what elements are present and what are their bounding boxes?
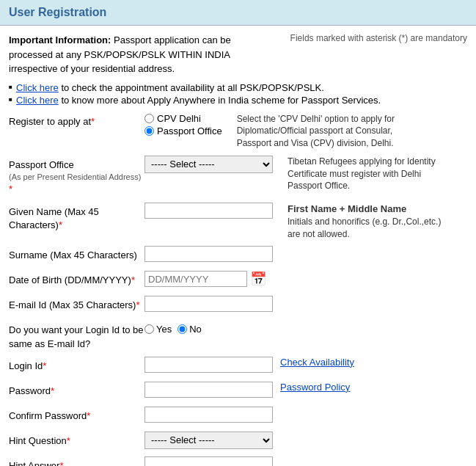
no-option[interactable]: No — [177, 324, 202, 335]
important-info-text: Important Information: Passport applicat… — [9, 33, 276, 76]
passport-office-select[interactable]: ----- Select ----- — [144, 156, 273, 173]
yes-radio[interactable] — [144, 324, 154, 334]
registration-form: Register to apply at* CPV Delhi Passport… — [9, 113, 467, 467]
appointment-link[interactable]: Click here — [16, 82, 59, 93]
link-item-2: Click here to know more about Apply Anyw… — [9, 95, 467, 106]
password-label: Password* — [9, 382, 144, 398]
hint-question-select[interactable]: ----- Select ----- — [144, 432, 273, 449]
login-same-options: Yes No — [144, 321, 273, 335]
register-note: Select the 'CPV Delhi' option to apply f… — [237, 113, 398, 150]
email-input[interactable] — [144, 296, 273, 312]
confirm-password-input[interactable] — [144, 407, 273, 423]
login-id-input-wrapper — [144, 357, 273, 373]
given-name-label: Given Name (Max 45 Characters)* — [9, 203, 144, 232]
passport-office-option[interactable]: Passport Office — [144, 125, 222, 136]
confirm-password-input-wrapper — [144, 407, 273, 423]
given-name-note: First Name + Middle Name Initials and ho… — [288, 203, 449, 241]
important-label: Important Information: — [9, 34, 111, 45]
passport-office-select-wrapper: ----- Select ----- — [144, 156, 273, 173]
email-input-wrapper — [144, 296, 273, 312]
dob-input[interactable] — [144, 271, 247, 287]
surname-input-wrapper — [144, 246, 273, 262]
calendar-icon[interactable]: 📅 — [250, 271, 266, 287]
no-label: No — [189, 324, 202, 335]
confirm-password-label: Confirm Password* — [9, 407, 144, 423]
hint-answer-input-wrapper — [144, 456, 273, 466]
yes-option[interactable]: Yes — [144, 324, 172, 335]
given-name-input[interactable] — [144, 203, 273, 219]
hint-answer-input[interactable] — [144, 456, 273, 466]
passport-office-note: Tibetan Refugees applying for Identity C… — [288, 156, 449, 192]
no-radio[interactable] — [177, 324, 187, 334]
hint-question-label: Hint Question* — [9, 432, 144, 448]
given-name-input-wrapper — [144, 203, 273, 219]
login-same-label: Do you want your Login Id to be same as … — [9, 321, 144, 350]
password-input[interactable] — [144, 382, 273, 398]
link-item-1: Click here to check the appointment avai… — [9, 82, 467, 93]
passport-office-radio[interactable] — [144, 126, 154, 136]
password-input-wrapper — [144, 382, 273, 398]
login-id-input[interactable] — [144, 357, 273, 373]
email-label: E-mail Id (Max 35 Characters)* — [9, 296, 144, 312]
passport-office-label: Passport Office (As per Present Resident… — [9, 156, 144, 197]
surname-label: Surname (Max 45 Characters) — [9, 246, 144, 262]
hint-answer-label: Hint Answer* — [9, 456, 144, 466]
appointment-link-text: to check the appointment availability at… — [59, 82, 324, 93]
register-label: Register to apply at* — [9, 113, 144, 127]
hint-question-select-wrapper: ----- Select ----- — [144, 432, 273, 449]
mandatory-note: Fields marked with asterisk (*) are mand… — [290, 33, 467, 43]
page-title: User Registration — [9, 6, 467, 19]
dob-input-wrapper: 📅 — [144, 271, 273, 287]
surname-input[interactable] — [144, 246, 273, 262]
dob-label: Date of Birth (DD/MM/YYYY)* — [9, 271, 144, 287]
info-links: Click here to check the appointment avai… — [9, 82, 467, 106]
login-id-label: Login Id* — [9, 357, 144, 373]
cpv-delhi-radio[interactable] — [144, 114, 154, 123]
passport-office-option-label: Passport Office — [157, 125, 222, 136]
register-options: CPV Delhi Passport Office — [144, 113, 222, 138]
apply-anywhere-link[interactable]: Click here — [16, 95, 59, 106]
yes-label: Yes — [156, 324, 172, 335]
cpv-delhi-label: CPV Delhi — [157, 113, 201, 124]
cpv-delhi-option[interactable]: CPV Delhi — [144, 113, 222, 124]
password-policy-link[interactable]: Password Policy — [280, 382, 350, 393]
check-availability-link[interactable]: Check Availability — [280, 357, 354, 368]
apply-anywhere-link-text: to know more about Apply Anywhere in Ind… — [59, 95, 381, 106]
